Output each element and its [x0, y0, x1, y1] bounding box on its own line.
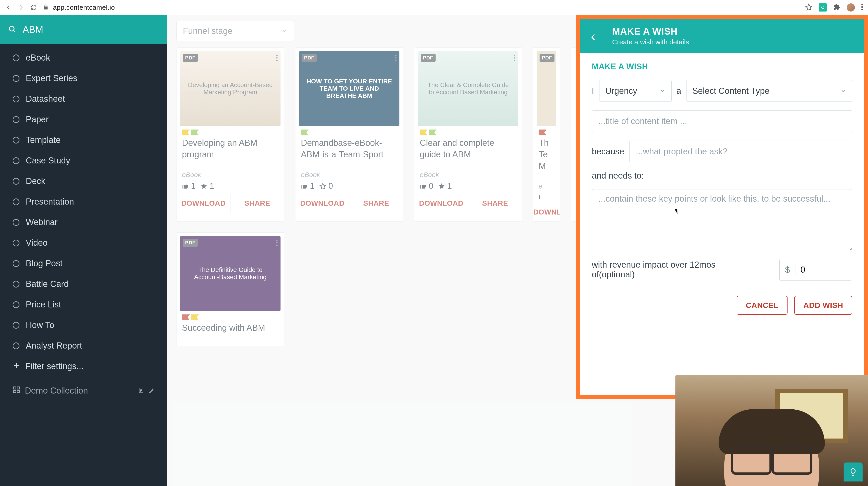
type-label: Template — [26, 135, 61, 145]
content-type-select[interactable]: Select Content Type — [686, 80, 852, 102]
card-menu-icon[interactable] — [275, 238, 279, 248]
type-datasheet[interactable]: Datasheet — [0, 89, 167, 109]
likes[interactable] — [539, 193, 546, 200]
type-label: Presentation — [26, 197, 74, 207]
bookmark-star-icon[interactable] — [805, 3, 812, 11]
profile-avatar[interactable] — [847, 3, 855, 11]
radio-icon — [13, 322, 20, 329]
svg-point-2 — [861, 8, 863, 10]
add-wish-button[interactable]: ADD WISH — [794, 296, 852, 315]
urgency-select[interactable]: Urgency — [599, 80, 672, 102]
type-label: Webinar — [26, 217, 58, 227]
radio-icon — [13, 157, 20, 164]
card-type: e — [533, 173, 560, 193]
chrome-menu-icon[interactable] — [861, 4, 863, 11]
type-expert-series[interactable]: Expert Series — [0, 68, 167, 89]
back-icon[interactable]: ‹ — [591, 28, 595, 44]
thumbnail — [537, 51, 556, 126]
revenue-input[interactable] — [796, 265, 852, 275]
type-label: Deck — [26, 176, 45, 186]
title-input[interactable] — [592, 110, 852, 132]
card-title: Succeeding with ABM — [177, 321, 284, 345]
card-menu-icon[interactable] — [275, 53, 279, 63]
type-label: Datasheet — [26, 94, 65, 104]
share-button[interactable]: SHARE — [349, 194, 403, 212]
type-webinar[interactable]: Webinar — [0, 212, 167, 233]
type-label: Battle Card — [26, 279, 69, 289]
flag-icon — [420, 129, 428, 135]
svg-rect-7 — [17, 390, 20, 393]
reload-button[interactable] — [30, 4, 37, 11]
funnel-stage-dropdown[interactable]: Funnel stage — [176, 21, 294, 41]
type-battle-card[interactable]: Battle Card — [0, 274, 167, 294]
because-input[interactable] — [629, 141, 852, 162]
svg-point-9 — [276, 55, 278, 56]
search-input[interactable] — [23, 24, 159, 35]
needs-textarea[interactable] — [592, 189, 852, 250]
content-card[interactable]: PDF Developing an Account-Based Marketin… — [176, 48, 284, 221]
webcam-overlay — [675, 375, 868, 486]
sidebar: eBook Expert Series Datasheet Paper Temp… — [0, 15, 167, 486]
type-case-study[interactable]: Case Study — [0, 150, 167, 171]
svg-point-25 — [276, 242, 278, 243]
revenue-label: with revenue impact over 12mos of(option… — [592, 260, 732, 279]
help-bulb-button[interactable] — [844, 462, 863, 482]
download-button[interactable]: DOWNLOAD — [296, 194, 349, 212]
likes[interactable]: 1 — [182, 181, 195, 191]
extension-badge[interactable]: ⎔ — [819, 3, 827, 11]
type-template[interactable]: Template — [0, 130, 167, 150]
content-card[interactable]: PDF Th Te M e DOWNLOAD — [533, 48, 560, 221]
type-how-to[interactable]: How To — [0, 315, 167, 335]
download-button[interactable]: DOWNLOAD — [414, 194, 468, 212]
filetype-badge: PDF — [183, 54, 198, 62]
collection-label: Demo Collection — [25, 386, 88, 396]
type-analyst-report[interactable]: Analyst Report — [0, 335, 167, 356]
radio-icon — [13, 240, 20, 246]
type-label: Case Study — [26, 156, 70, 165]
thumbnail: The Definitive Guide to Account-Based Ma… — [180, 236, 281, 311]
download-button[interactable]: DOWNLOAD — [533, 203, 560, 221]
type-label: Paper — [26, 115, 49, 124]
card-title: Th Te M — [533, 136, 560, 173]
back-button[interactable] — [5, 4, 12, 11]
sidebar-search[interactable] — [0, 15, 167, 44]
stars[interactable]: 1 — [438, 181, 452, 191]
card-menu-icon[interactable] — [394, 53, 398, 63]
cancel-button[interactable]: CANCEL — [737, 296, 787, 315]
likes[interactable]: 0 — [420, 181, 433, 191]
type-deck[interactable]: Deck — [0, 171, 167, 191]
svg-point-3 — [9, 26, 14, 31]
flag-icon — [191, 129, 199, 135]
svg-rect-5 — [17, 387, 20, 389]
share-button[interactable]: SHARE — [230, 194, 284, 212]
download-button[interactable]: DOWNLOAD — [177, 194, 230, 212]
type-ebook[interactable]: eBook — [0, 48, 167, 68]
stars[interactable]: 0 — [319, 181, 333, 191]
type-video[interactable]: Video — [0, 233, 167, 253]
filter-settings[interactable]: Filter settings... — [0, 356, 167, 376]
type-label: Expert Series — [26, 73, 77, 83]
svg-point-1 — [861, 6, 863, 8]
share-button[interactable]: SHARE — [468, 194, 522, 212]
url-text[interactable]: app.contentcamel.io — [53, 4, 115, 11]
type-presentation[interactable]: Presentation — [0, 191, 167, 212]
collection-row[interactable]: Demo Collection — [0, 381, 167, 400]
content-card[interactable]: PDF The Definitive Guide to Account-Base… — [176, 232, 284, 346]
content-card[interactable]: PDF The Clear & Complete Guide to Accoun… — [414, 48, 522, 221]
svg-point-12 — [395, 55, 397, 56]
type-price-list[interactable]: Price List — [0, 294, 167, 315]
plus-icon — [13, 361, 20, 371]
grid-icon — [13, 386, 20, 396]
needs-to-label: and needs to: — [592, 171, 852, 181]
type-paper[interactable]: Paper — [0, 109, 167, 130]
content-card[interactable]: PDF HOW TO GET YOUR ENTIRE TEAM TO LIVE … — [295, 48, 403, 221]
flag-icon — [301, 129, 309, 135]
revenue-input-wrap: $ — [779, 259, 852, 280]
extensions-icon[interactable] — [833, 3, 840, 11]
type-blog-post[interactable]: Blog Post — [0, 253, 167, 274]
likes[interactable]: 1 — [301, 181, 314, 191]
stars[interactable]: 1 — [200, 181, 214, 191]
currency-symbol: $ — [780, 265, 796, 275]
card-menu-icon[interactable] — [513, 53, 517, 63]
forward-button[interactable] — [18, 4, 24, 11]
